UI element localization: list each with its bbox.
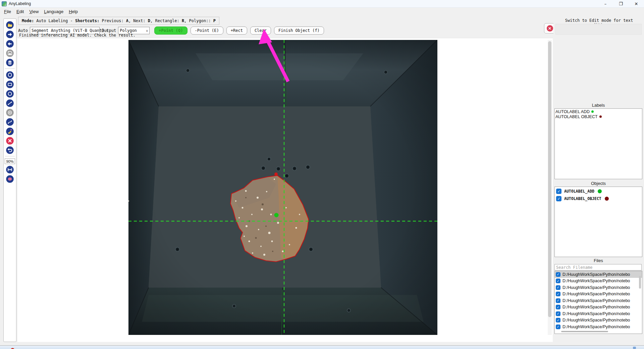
statusbar-widget (633, 347, 636, 349)
delete-shape-button[interactable] (6, 137, 14, 145)
label-color-dot (599, 115, 602, 118)
files-hscrollbar-thumb[interactable] (561, 331, 608, 332)
label-list-item[interactable]: AUTOLABEL ADD (555, 109, 642, 114)
circle-tool-button[interactable] (6, 90, 14, 98)
file-checkbox[interactable]: ✓ (556, 272, 560, 277)
object-visible-checkbox[interactable]: ✓ (556, 196, 561, 201)
menu-bar: FileEditViewLanguageHelp (0, 8, 644, 15)
rect-button[interactable]: +Rect (226, 27, 247, 35)
undo-button[interactable] (6, 146, 14, 154)
file-list-item[interactable]: ✓D:/HuughWorkSpace/Python/notebo (555, 284, 642, 291)
object-color-dot (598, 189, 602, 193)
files-section-title: Files (554, 258, 642, 263)
curve-tool-button[interactable] (6, 118, 14, 126)
file-list-item[interactable]: ✓D:/HuughWorkSpace/Python/notebo (555, 323, 642, 330)
file-checkbox[interactable]: ✓ (556, 285, 560, 290)
file-checkbox[interactable]: ✓ (556, 298, 560, 303)
file-list-item[interactable]: ✓D:/HuughWorkSpace/Python/notebo (555, 278, 642, 285)
toolbar-separator (5, 68, 15, 69)
mode-shortcuts-label: Mode: Auto Labeling - Shortcuts: Previou… (18, 17, 219, 25)
files-scrollbar-thumb[interactable] (639, 276, 641, 289)
scrollbar-thumb[interactable] (548, 41, 551, 317)
save-button (6, 49, 14, 57)
object-color-dot (605, 197, 609, 201)
clear-button[interactable]: Clear (250, 27, 271, 35)
status-bar (0, 345, 644, 349)
objects-section-title: Objects (554, 181, 642, 186)
annotated-image[interactable] (128, 40, 437, 335)
minimize-button[interactable]: – (598, 0, 613, 7)
bottom-margin (0, 342, 644, 345)
files-list[interactable]: ✓D:/HuughWorkSpace/Python/notebo✓D:/Huug… (554, 271, 642, 334)
file-checkbox[interactable]: ✓ (556, 292, 560, 296)
point-e-button[interactable]: -Point (E) (191, 27, 223, 35)
objects-list[interactable]: ✓AUTOLABEL_ADD✓AUTOLABEL_OBJECT (554, 187, 642, 257)
menu-help[interactable]: Help (66, 8, 80, 15)
file-list-item[interactable]: ✓D:/HuughWorkSpace/Python/notebo (555, 297, 642, 304)
open-file-button[interactable] (6, 21, 14, 29)
fit-width-button[interactable] (6, 166, 14, 173)
status-message: Finished inferencing AI model. Check the… (19, 33, 136, 38)
rectangle-tool-button[interactable] (6, 81, 14, 88)
window-title: AnyLabeling (9, 1, 31, 6)
point-q-button[interactable]: +Point (Q) (154, 27, 187, 35)
text-edit-area (555, 24, 642, 35)
app-logo-icon (2, 1, 7, 6)
title-bar: AnyLabeling – ❐ ✕ (0, 0, 644, 8)
label-color-dot (591, 110, 594, 113)
delete-file-button[interactable] (6, 59, 14, 66)
red-cross-circle-icon: ✕ (547, 25, 553, 32)
file-checkbox[interactable]: ✓ (556, 311, 560, 316)
file-list-item[interactable]: ✓D:/HuughWorkSpace/Python/notebo (555, 317, 642, 324)
toolbar-separator (5, 156, 15, 156)
menu-language[interactable]: Language (41, 8, 66, 15)
file-list-item[interactable]: ✓D:/HuughWorkSpace/Python/notebo (555, 310, 642, 317)
output-label: Output (102, 28, 116, 33)
object-list-item[interactable]: ✓AUTOLABEL_OBJECT (555, 195, 642, 202)
polygon-tool-button[interactable] (6, 71, 14, 79)
tool-sidebar: 90% (3, 18, 16, 342)
file-checkbox[interactable]: ✓ (556, 325, 560, 329)
edit-tool-button[interactable] (6, 128, 14, 135)
filename-search-input[interactable]: Search Filename (554, 264, 642, 270)
file-list-item[interactable]: ✓D:/HuughWorkSpace/Python/notebo (555, 291, 642, 298)
maximize-button[interactable]: ❐ (613, 0, 629, 7)
file-checkbox[interactable]: ✓ (556, 305, 560, 309)
prev-image-button[interactable] (6, 40, 14, 48)
file-checkbox[interactable]: ✓ (556, 318, 560, 322)
finish-object-f-button[interactable]: Finish Object (f) (274, 27, 324, 35)
file-list-item[interactable]: ✓D:/HuughWorkSpace/Python/notebo (555, 271, 642, 278)
object-visible-checkbox[interactable]: ✓ (556, 189, 561, 194)
auto-label-brain-button[interactable] (6, 175, 14, 183)
labels-section-title: Labels (554, 103, 642, 108)
labels-list[interactable]: AUTOLABEL ADDAUTOLABEL OBJECT (554, 108, 642, 179)
line-tool-button[interactable] (6, 99, 14, 107)
next-image-button[interactable] (6, 31, 14, 38)
zoom-level-display[interactable]: 90% (5, 158, 15, 164)
menu-edit[interactable]: Edit (14, 8, 26, 15)
menu-file[interactable]: File (1, 8, 14, 15)
canvas-vertical-scrollbar[interactable] (548, 40, 552, 335)
point-tool-button (6, 109, 14, 116)
object-list-item[interactable]: ✓AUTOLABEL_ADD (555, 188, 642, 195)
menu-view[interactable]: View (26, 8, 41, 15)
label-list-item[interactable]: AUTOLABEL OBJECT (555, 114, 642, 119)
file-list-item[interactable]: ✓D:/HuughWorkSpace/Python/notebo (555, 304, 642, 311)
close-button[interactable]: ✕ (629, 0, 644, 7)
chevron-down-icon: ∨ (144, 29, 148, 33)
file-checkbox[interactable]: ✓ (556, 279, 560, 283)
auto-label: Auto (18, 28, 28, 33)
